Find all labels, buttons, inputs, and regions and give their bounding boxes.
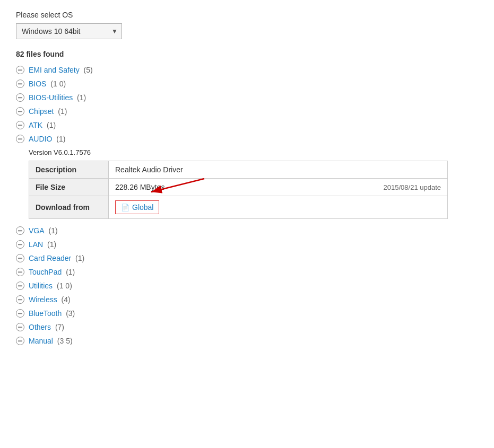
collapse-icon-lan[interactable]	[16, 240, 24, 249]
category-item-bluetooth[interactable]: BlueTooth (3)	[16, 309, 478, 318]
category-count-touchpad: (1)	[64, 268, 75, 276]
category-count-wireless: (4)	[59, 295, 71, 304]
category-count-vga: (1)	[47, 226, 58, 235]
filesize-label: File Size	[29, 179, 109, 196]
category-item-bios[interactable]: BIOS (1 0)	[16, 80, 478, 88]
collapse-icon-chipset[interactable]	[16, 107, 24, 116]
download-row: Download from 📄 Global	[29, 196, 448, 219]
category-item-chipset[interactable]: Chipset (1)	[16, 107, 478, 116]
collapse-icon-emi[interactable]	[16, 66, 24, 74]
category-link-bluetooth[interactable]: BlueTooth	[29, 309, 62, 318]
category-link-emi[interactable]: EMI and Safety	[29, 66, 80, 74]
category-count-cardreader: (1)	[73, 254, 84, 262]
category-link-others[interactable]: Others	[29, 323, 51, 331]
collapse-icon-wireless[interactable]	[16, 295, 24, 304]
category-link-manual[interactable]: Manual	[29, 337, 53, 345]
category-count-manual: (3 5)	[55, 337, 73, 345]
category-link-atk[interactable]: ATK	[29, 121, 42, 129]
os-selector-wrapper: Windows 10 64bit ▼	[16, 23, 122, 39]
category-item-touchpad[interactable]: TouchPad (1)	[16, 268, 478, 276]
category-item-lan[interactable]: LAN (1)	[16, 240, 478, 249]
collapse-icon-touchpad[interactable]	[16, 268, 24, 276]
category-count-atk: (1)	[45, 121, 56, 129]
files-found-label: 82 files found	[16, 50, 478, 58]
description-value: Realtek Audio Driver	[109, 161, 448, 179]
category-count-bios-utilities: (1)	[75, 93, 86, 102]
filesize-value: 228.26 MBytes 2015/08/21 update	[109, 179, 448, 196]
download-label: Download from	[29, 196, 109, 219]
filesize-row: File Size 228.26 MBytes 2015/08/21 updat…	[29, 179, 448, 196]
collapse-icon-atk[interactable]	[16, 121, 24, 129]
collapse-icon-manual[interactable]	[16, 337, 24, 345]
category-item-bios-utilities[interactable]: BIOS-Utilities (1)	[16, 93, 478, 102]
category-link-vga[interactable]: VGA	[29, 226, 45, 235]
collapse-icon-vga[interactable]	[16, 226, 24, 235]
collapse-icon-audio[interactable]	[16, 135, 24, 143]
category-count-bios: (1 0)	[48, 80, 66, 88]
description-label: Description	[29, 161, 109, 179]
filesize-number: 228.26 MBytes	[115, 183, 164, 191]
category-count-chipset: (1)	[56, 107, 67, 116]
category-item-audio[interactable]: AUDIO (1)	[16, 135, 478, 143]
category-link-audio[interactable]: AUDIO	[29, 135, 52, 143]
category-count-utilities: (1 0)	[55, 282, 72, 290]
category-count-others: (7)	[53, 323, 64, 331]
category-item-manual[interactable]: Manual (3 5)	[16, 337, 478, 345]
driver-info-table: Description Realtek Audio Driver File Si…	[29, 161, 448, 219]
description-row: Description Realtek Audio Driver	[29, 161, 448, 179]
global-link-label: Global	[132, 203, 153, 212]
category-link-touchpad[interactable]: TouchPad	[29, 268, 62, 276]
category-item-atk[interactable]: ATK (1)	[16, 121, 478, 129]
top-categories-list: EMI and Safety (5) BIOS (1 0) BIOS-Utili…	[16, 66, 478, 143]
collapse-icon-bluetooth[interactable]	[16, 309, 24, 318]
collapse-icon-others[interactable]	[16, 323, 24, 331]
category-item-cardreader[interactable]: Card Reader (1)	[16, 254, 478, 262]
category-link-utilities[interactable]: Utilities	[29, 282, 53, 290]
category-count-lan: (1)	[45, 240, 56, 249]
category-link-wireless[interactable]: Wireless	[29, 295, 57, 304]
category-link-chipset[interactable]: Chipset	[29, 107, 54, 116]
category-item-utilities[interactable]: Utilities (1 0)	[16, 282, 478, 290]
os-selector-label: Please select OS	[16, 11, 478, 19]
document-icon: 📄	[121, 204, 129, 212]
category-count-audio: (1)	[54, 135, 65, 143]
os-select[interactable]: Windows 10 64bit	[16, 23, 122, 39]
category-item-emi[interactable]: EMI and Safety (5)	[16, 66, 478, 74]
category-item-wireless[interactable]: Wireless (4)	[16, 295, 478, 304]
category-link-lan[interactable]: LAN	[29, 240, 43, 249]
category-item-vga[interactable]: VGA (1)	[16, 226, 478, 235]
category-item-others[interactable]: Others (7)	[16, 323, 478, 331]
category-count-emi: (5)	[82, 66, 93, 74]
collapse-icon-bios[interactable]	[16, 80, 24, 88]
category-count-bluetooth: (3)	[64, 309, 75, 318]
bottom-categories-list: VGA (1) LAN (1) Card Reader (1) TouchPad…	[16, 226, 478, 345]
collapse-icon-bios-utilities[interactable]	[16, 93, 24, 102]
filesize-date: 2015/08/21 update	[384, 183, 441, 191]
collapse-icon-cardreader[interactable]	[16, 254, 24, 262]
global-download-button[interactable]: 📄 Global	[115, 200, 159, 214]
collapse-icon-utilities[interactable]	[16, 282, 24, 290]
audio-version: Version V6.0.1.7576	[29, 148, 478, 156]
category-link-bios-utilities[interactable]: BIOS-Utilities	[29, 93, 73, 102]
download-value: 📄 Global	[109, 196, 448, 219]
category-link-bios[interactable]: BIOS	[29, 80, 46, 88]
category-link-cardreader[interactable]: Card Reader	[29, 254, 71, 262]
